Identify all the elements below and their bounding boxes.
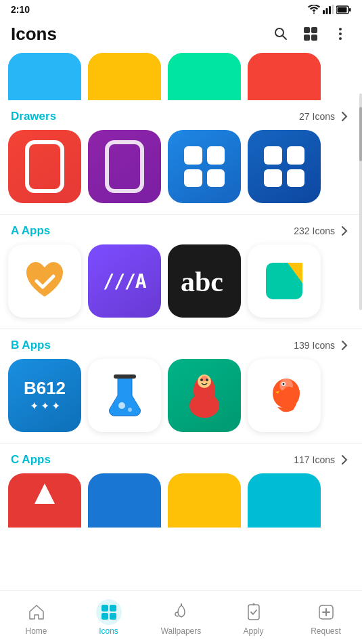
- drawer-blue-icon[interactable]: [168, 130, 241, 203]
- more-options-icon: [332, 26, 348, 42]
- a-apps-section: A Apps 232 Icons ///A: [0, 215, 362, 329]
- svg-point-21: [128, 408, 132, 412]
- c-apps-label: C Apps: [11, 453, 51, 467]
- a-apps-header: A Apps 232 Icons: [0, 215, 362, 244]
- a-apps-count[interactable]: 232 Icons: [294, 224, 351, 238]
- status-icons: [308, 5, 351, 14]
- battery-icon: [336, 5, 351, 14]
- svg-rect-38: [110, 613, 116, 620]
- apply-icon: [245, 603, 263, 621]
- svg-rect-9: [304, 27, 310, 33]
- scrollbar-thumb: [359, 107, 362, 161]
- heart-check-icon[interactable]: [8, 244, 81, 318]
- beta-icon[interactable]: [88, 359, 161, 432]
- scrollbar-track[interactable]: [359, 93, 362, 310]
- a-apps-icon-row: ///A abc: [0, 244, 362, 323]
- nav-wallpapers-label: Wallpapers: [161, 626, 202, 636]
- drawers-header: Drawers 27 Icons: [0, 100, 362, 130]
- nav-apply[interactable]: Apply: [217, 595, 290, 640]
- preview-row: [0, 53, 362, 100]
- nav-icons[interactable]: Icons: [72, 595, 145, 640]
- c-app-red-icon[interactable]: [8, 473, 81, 528]
- b-apps-arrow-icon: [338, 339, 351, 352]
- drawers-icon-row: [0, 130, 362, 209]
- b-apps-label: B Apps: [11, 339, 51, 352]
- svg-marker-34: [35, 484, 55, 504]
- c-app-yellow-icon[interactable]: [168, 473, 241, 528]
- c-apps-section: C Apps 117 Icons: [0, 444, 362, 595]
- grid-view-button[interactable]: [297, 20, 324, 47]
- wifi-icon: [308, 5, 320, 14]
- drawer-purple-icon[interactable]: [88, 130, 161, 203]
- drawers-count[interactable]: 27 Icons: [299, 110, 351, 123]
- svg-rect-40: [248, 605, 259, 620]
- svg-rect-5: [338, 7, 347, 12]
- drawers-arrow-icon: [338, 110, 351, 123]
- svg-point-14: [339, 33, 342, 35]
- preview-icon-blue: [8, 53, 81, 100]
- svg-text:abc: abc: [181, 266, 223, 297]
- abc-news-icon[interactable]: abc: [168, 244, 241, 318]
- top-bar-actions: [267, 20, 354, 47]
- parrot-icon[interactable]: [248, 359, 321, 432]
- status-time: 2:10: [11, 4, 30, 15]
- svg-point-20: [118, 402, 125, 409]
- search-icon: [273, 26, 289, 42]
- wallpapers-icon: [173, 603, 190, 621]
- bottom-nav: Home Icons Wallpapers: [0, 590, 362, 644]
- request-icon-container: [313, 599, 339, 625]
- search-button[interactable]: [267, 20, 294, 47]
- nav-home[interactable]: Home: [0, 595, 72, 640]
- a-apps-arrow-icon: [338, 224, 351, 238]
- svg-rect-37: [101, 613, 108, 620]
- svg-point-26: [200, 379, 203, 381]
- preview-icon-yellow: [88, 53, 161, 100]
- wallpapers-icon-container: [168, 599, 194, 625]
- nav-request-label: Request: [311, 626, 341, 636]
- drawers-label: Drawers: [11, 110, 56, 123]
- svg-rect-6: [349, 8, 351, 12]
- matryoshka-icon[interactable]: [168, 359, 241, 432]
- preview-icon-red: [248, 53, 321, 100]
- apply-icon-container: [241, 599, 267, 625]
- svg-rect-10: [311, 27, 317, 33]
- a-apps-label: A Apps: [11, 224, 50, 238]
- svg-point-33: [281, 387, 297, 411]
- svg-rect-3: [332, 5, 334, 14]
- c-apps-arrow-icon: [338, 453, 351, 467]
- svg-rect-12: [311, 35, 317, 41]
- icons-icon-container: [96, 599, 122, 625]
- c-apps-count[interactable]: 117 Icons: [294, 453, 351, 467]
- b-apps-section: B Apps 139 Icons B612 ✦ ✦ ✦: [0, 329, 362, 444]
- home-icon-container: [24, 599, 49, 625]
- drawer-red-icon[interactable]: [8, 130, 81, 203]
- nav-icons-label: Icons: [99, 626, 118, 636]
- drawer-darkblue-icon[interactable]: [248, 130, 321, 203]
- b612-icon[interactable]: B612 ✦ ✦ ✦: [8, 359, 81, 432]
- svg-point-15: [339, 37, 342, 40]
- more-options-button[interactable]: [327, 20, 354, 47]
- cutmap-icon[interactable]: [248, 244, 321, 318]
- icons-nav-icon: [100, 603, 118, 621]
- top-bar: Icons: [0, 18, 362, 53]
- nav-request[interactable]: Request: [290, 595, 362, 640]
- address-icon[interactable]: ///A: [88, 244, 161, 318]
- c-app-teal-icon[interactable]: [248, 473, 321, 528]
- request-icon: [317, 603, 335, 621]
- svg-rect-36: [110, 605, 116, 611]
- b-apps-count[interactable]: 139 Icons: [294, 339, 351, 352]
- svg-point-27: [206, 379, 208, 381]
- svg-point-13: [339, 28, 342, 30]
- svg-rect-35: [101, 605, 108, 611]
- grid-view-icon: [302, 26, 319, 42]
- svg-rect-0: [323, 10, 325, 14]
- c-app-blue-icon[interactable]: [88, 473, 161, 528]
- svg-rect-19: [114, 374, 136, 379]
- nav-wallpapers[interactable]: Wallpapers: [145, 595, 217, 640]
- svg-rect-11: [304, 35, 310, 41]
- svg-rect-2: [329, 6, 331, 14]
- c-apps-header: C Apps 117 Icons: [0, 444, 362, 473]
- b-apps-header: B Apps 139 Icons: [0, 329, 362, 359]
- status-bar: 2:10: [0, 0, 362, 18]
- scroll-content: Drawers 27 Icons: [0, 53, 362, 605]
